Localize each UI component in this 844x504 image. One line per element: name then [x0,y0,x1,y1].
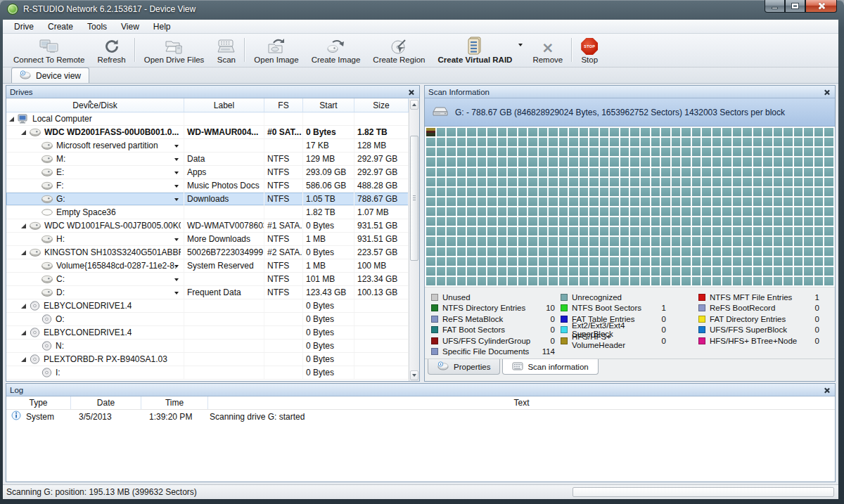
scan-block[interactable] [661,168,670,176]
scan-block[interactable] [447,198,456,206]
scan-block[interactable] [528,237,537,245]
scan-block[interactable] [528,178,537,186]
scan-block[interactable] [630,157,639,166]
scan-block[interactable] [457,188,466,196]
scan-block[interactable] [580,128,589,136]
scan-block[interactable] [753,277,762,285]
scan-block[interactable] [518,128,528,136]
scan-block[interactable] [774,277,783,285]
scan-block[interactable] [651,128,660,136]
scan-block[interactable] [559,247,568,256]
scan-block[interactable] [774,188,783,196]
drive-row-e[interactable]: E:AppsNTFS293.09 GB292.97 GB [6,166,409,179]
scan-block[interactable] [589,188,599,196]
scan-block[interactable] [651,257,660,266]
scan-block[interactable] [498,168,507,176]
scan-block[interactable] [753,157,762,166]
scan-block[interactable] [447,178,456,186]
scan-block[interactable] [763,227,772,235]
scan-block[interactable] [589,267,599,276]
scan-block[interactable] [426,148,435,156]
drive-row-i[interactable]: I:0 Bytes [6,366,409,380]
scan-block[interactable] [712,277,722,285]
scan-block[interactable] [549,148,558,156]
scan-block[interactable] [733,267,742,276]
open-image-button[interactable]: Open Image [248,34,305,65]
scan-block[interactable] [722,168,731,176]
menu-drive[interactable]: Drive [7,20,41,33]
scan-block[interactable] [753,198,762,206]
create-virtual-raid-dropdown[interactable] [518,34,526,65]
scan-block[interactable] [804,168,813,176]
scan-block[interactable] [487,207,497,216]
scan-block[interactable] [559,237,568,245]
scan-block[interactable] [589,148,599,156]
scan-block[interactable] [528,257,537,266]
scan-block[interactable] [487,148,497,156]
drive-row-empty-space36[interactable]: Empty Space361.82 TB1.07 MB [6,206,409,219]
scan-block[interactable] [702,267,711,276]
scan-block[interactable] [712,128,722,136]
scan-block[interactable] [467,188,476,196]
scan-block[interactable] [589,198,599,206]
scan-block[interactable] [630,138,639,146]
scan-block[interactable] [814,188,824,196]
scan-block[interactable] [763,237,772,245]
scan-block[interactable] [620,217,629,226]
scan-block[interactable] [630,237,639,245]
scan-block[interactable] [753,207,762,216]
scan-block[interactable] [774,138,783,146]
scan-block[interactable] [661,267,670,276]
scan-block[interactable] [682,168,691,176]
scan-block[interactable] [589,247,599,256]
scan-block[interactable] [743,148,752,156]
scan-block[interactable] [589,168,599,176]
scan-block[interactable] [804,247,813,256]
scan-block[interactable] [549,157,558,166]
scan-block[interactable] [661,227,670,235]
scan-block[interactable] [824,277,833,285]
scan-block[interactable] [467,168,476,176]
tree-expander-icon[interactable] [21,224,26,228]
scan-block[interactable] [722,157,731,166]
tree-expander-icon[interactable] [21,130,26,135]
scan-block[interactable] [814,247,824,256]
scan-block[interactable] [702,188,711,196]
scan-block[interactable] [508,198,517,206]
scan-block[interactable] [559,128,568,136]
scan-block[interactable] [692,217,701,226]
scan-block[interactable] [457,168,466,176]
scan-block[interactable] [824,247,833,256]
scan-block[interactable] [692,138,701,146]
scan-block[interactable] [539,217,548,226]
partition-dropdown-icon[interactable] [174,265,179,268]
drive-row-f[interactable]: F:Music Photos DocsNTFS586.06 GB488.28 G… [6,179,409,193]
scan-block[interactable] [743,168,752,176]
scan-block[interactable] [508,168,517,176]
scan-block[interactable] [589,277,599,285]
scan-block[interactable] [743,217,752,226]
scan-block[interactable] [722,267,731,276]
scan-block[interactable] [702,128,711,136]
scan-block[interactable] [600,247,609,256]
scan-block[interactable] [580,178,589,186]
scan-block[interactable] [600,257,609,266]
scan-block[interactable] [753,247,762,256]
column-size[interactable]: Size [373,101,389,110]
scan-block[interactable] [722,178,731,186]
scan-block[interactable] [457,217,466,226]
scan-block[interactable] [426,138,435,146]
tree-expander-icon[interactable] [21,250,26,255]
scan-block[interactable] [661,138,670,146]
scan-block[interactable] [478,237,487,245]
scan-block[interactable] [498,257,507,266]
scan-block[interactable] [804,138,813,146]
tree-expander-icon[interactable] [21,357,26,362]
scan-block[interactable] [518,247,528,256]
scan-block[interactable] [824,128,833,136]
scan-block[interactable] [467,178,476,186]
scan-block[interactable] [569,227,578,235]
scan-block[interactable] [712,207,722,216]
column-label[interactable]: Label [214,101,234,110]
scan-block[interactable] [508,207,517,216]
